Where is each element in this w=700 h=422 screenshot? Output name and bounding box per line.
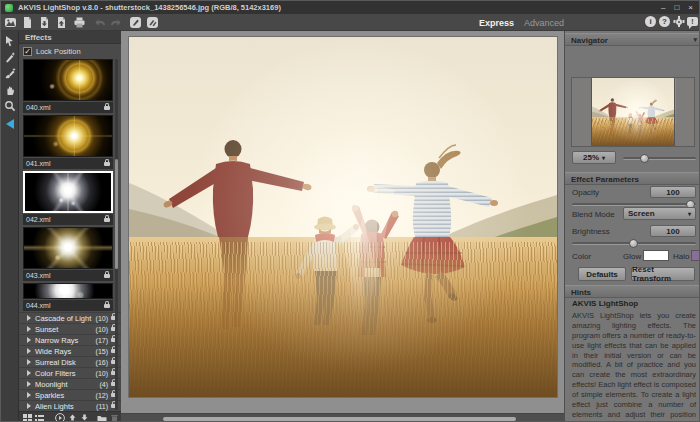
expand-arrow-icon: [27, 381, 31, 387]
preset-item-selected[interactable]: 042.xml: [23, 171, 113, 225]
effect-group-sunset[interactable]: Sunset(10): [19, 323, 121, 334]
settings-gear-icon[interactable]: [673, 16, 684, 27]
navigator-menu-icon[interactable]: ▾: [693, 36, 697, 44]
undo-icon: [94, 16, 107, 29]
brightness-slider-handle[interactable]: [629, 239, 638, 248]
run-processing-icon[interactable]: [129, 16, 142, 29]
brightness-slider[interactable]: [572, 242, 696, 245]
info-icon[interactable]: i: [645, 16, 656, 27]
preset-thumbnail[interactable]: [23, 227, 113, 269]
tool-strip: [1, 31, 19, 422]
effect-group-moonlight[interactable]: Moonlight(4): [19, 378, 121, 389]
new-document-icon[interactable]: [21, 16, 34, 29]
canvas-area[interactable]: [121, 31, 564, 422]
maximize-button[interactable]: □: [674, 1, 679, 14]
expand-arrow-icon: [27, 392, 31, 398]
halo-color-swatch[interactable]: [691, 250, 700, 261]
chevron-down-icon: ▾: [688, 210, 691, 217]
preset-thumbnail[interactable]: [23, 59, 113, 101]
effect-group-surreal-disk[interactable]: Surreal Disk(16): [19, 356, 121, 367]
collapse-panel-arrow-icon[interactable]: [3, 117, 17, 131]
lock-icon: [104, 274, 110, 278]
hand-tool[interactable]: [3, 83, 17, 97]
effects-panel: Effects ✓ Lock Position 040.xml 041.xml …: [19, 31, 121, 422]
glow-color-swatch[interactable]: [643, 250, 669, 261]
save-document-icon[interactable]: [55, 16, 68, 29]
lock-icon: [104, 218, 110, 222]
delete-preset-icon: [109, 413, 119, 422]
app-logo-icon: [5, 4, 13, 12]
hints-text: AKVIS LightShop lets you create amazing …: [572, 311, 696, 422]
effect-group-sparkles[interactable]: Sparkles(12): [19, 389, 121, 400]
pen-sparkle-tool[interactable]: [3, 50, 17, 64]
open-image-icon[interactable]: [4, 16, 17, 29]
lock-position-checkbox[interactable]: ✓: [23, 47, 32, 56]
folder-icon[interactable]: [97, 413, 107, 422]
photo-scene: [129, 37, 557, 397]
preset-item[interactable]: 040.xml: [23, 59, 113, 113]
zoom-level-button[interactable]: 25% ▾: [572, 151, 616, 164]
brightness-label: Brightness: [572, 227, 610, 236]
tab-express[interactable]: Express: [479, 18, 514, 28]
horizontal-scrollbar-thumb[interactable]: [163, 417, 516, 421]
brightness-value[interactable]: 100: [650, 225, 696, 237]
preset-thumbnail[interactable]: [23, 171, 113, 213]
effect-group-alien-lights[interactable]: Alien Lights(11): [19, 400, 121, 411]
preset-item[interactable]: 043.xml: [23, 227, 113, 281]
chevron-down-icon: ▾: [602, 154, 605, 161]
effect-group-wide-rays[interactable]: Wide Rays(15): [19, 345, 121, 356]
opacity-value[interactable]: 100: [650, 186, 696, 198]
window-title: AKVIS LightShop v.8.0 - shutterstock_143…: [18, 3, 281, 12]
expand-arrow-icon: [27, 315, 31, 321]
lock-position-row[interactable]: ✓ Lock Position: [23, 46, 81, 57]
share-icon[interactable]: [146, 16, 159, 29]
reset-transform-button[interactable]: Reset Transform: [631, 267, 695, 281]
effect-group-cascade-of-light[interactable]: Cascade of Light(10): [19, 312, 121, 323]
help-icon[interactable]: ?: [659, 16, 670, 27]
zoom-tool[interactable]: [3, 99, 17, 113]
effect-group-color-filters[interactable]: Color Filters(10): [19, 367, 121, 378]
import-presets-icon[interactable]: [67, 413, 77, 422]
hints-header: Hints: [565, 285, 700, 298]
print-icon[interactable]: [73, 16, 86, 29]
opacity-slider[interactable]: [572, 203, 696, 206]
navigator-header: Navigator ▾: [565, 33, 700, 46]
minimize-button[interactable]: –: [661, 1, 665, 14]
thumbnails-view-icon[interactable]: [22, 413, 32, 422]
feedback-icon[interactable]: !: [687, 17, 698, 26]
preset-name: 043.xml: [26, 272, 51, 279]
export-presets-icon[interactable]: [79, 413, 89, 422]
glow-label: Glow: [623, 252, 641, 261]
preset-name: 044.xml: [26, 302, 51, 309]
preset-thumbnail[interactable]: [23, 283, 113, 299]
preset-item[interactable]: 044.xml: [23, 283, 113, 311]
tab-advanced[interactable]: Advanced: [524, 18, 564, 28]
play-preset-icon[interactable]: [55, 413, 65, 422]
preset-thumbnail[interactable]: [23, 115, 113, 157]
defaults-button[interactable]: Defaults: [578, 267, 626, 281]
effects-scrollbar[interactable]: [115, 59, 118, 410]
blend-mode-dropdown[interactable]: Screen ▾: [623, 207, 696, 220]
zoom-slider[interactable]: [623, 157, 696, 160]
list-view-icon[interactable]: [34, 413, 44, 422]
zoom-slider-handle[interactable]: [640, 154, 649, 163]
photo-image[interactable]: [129, 37, 557, 397]
opacity-label: Opacity: [572, 188, 599, 197]
backlight-haze: [129, 37, 557, 397]
effect-group-narrow-rays[interactable]: Narrow Rays(17): [19, 334, 121, 345]
effects-panel-toolbar: [19, 411, 121, 422]
navigator-frame-left: [572, 78, 592, 147]
expand-arrow-icon: [27, 403, 31, 409]
halo-label: Halo: [673, 252, 689, 261]
preset-item[interactable]: 041.xml: [23, 115, 113, 169]
move-tool[interactable]: [3, 34, 17, 48]
photo-scene: [592, 78, 676, 147]
horizontal-scrollbar[interactable]: [121, 413, 564, 422]
navigator-thumbnail[interactable]: [571, 77, 695, 147]
brush-sparkle-tool[interactable]: [3, 66, 17, 80]
blend-mode-label: Blend Mode: [572, 210, 615, 219]
color-label: Color: [572, 252, 591, 261]
expand-arrow-icon: [27, 370, 31, 376]
close-button[interactable]: ×: [688, 1, 693, 14]
import-document-icon[interactable]: [38, 16, 51, 29]
